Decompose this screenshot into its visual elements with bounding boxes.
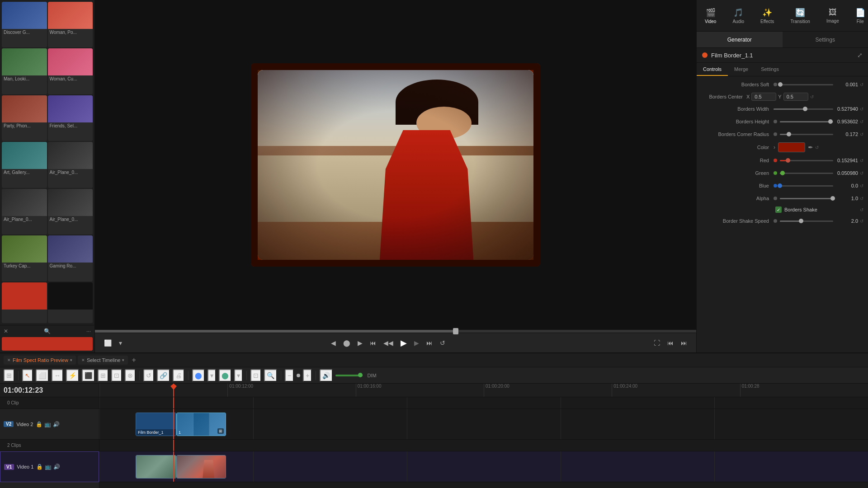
tool-zoom-minus[interactable]: − [285,369,294,382]
corner-radius-slider[interactable] [780,134,833,135]
tab-generator[interactable]: Generator [697,32,783,47]
borders-shake-reset[interactable]: ↺ [860,207,863,212]
list-item[interactable]: Man, Looki... [2,48,47,94]
more-icon[interactable]: ··· [86,328,91,334]
color-swatch[interactable] [778,142,805,152]
red-slider[interactable] [780,160,833,161]
red-reset[interactable]: ↺ [860,158,863,163]
color-picker-icon[interactable]: ✒ [808,144,813,151]
tool-zoom-fit-button[interactable]: ⊡ [250,369,261,382]
list-item[interactable]: Friends, Sel... [48,95,93,141]
list-item[interactable]: Air_Plane_0... [48,142,93,188]
tool-undo-button[interactable]: ↺ [143,369,154,382]
tab-dropdown-arrow[interactable]: ▾ [70,358,72,362]
rewind-button[interactable]: ◀◀ [382,338,395,348]
step-back-button[interactable]: ⬤ [341,338,352,348]
v1-lock-icon[interactable]: 🔒 [36,464,43,470]
timeline-ruler[interactable]: 01:00:12:00 01:00:16:00 01:00:20:00 01:0… [99,384,868,397]
borders-shake-checkbox[interactable]: ✓ [775,206,782,213]
tool-roll-button[interactable]: ⊡ [111,369,122,382]
clip-2[interactable]: ⊞ 1 [176,413,226,436]
volume-slider[interactable] [335,375,363,376]
play-button[interactable]: ▶ [399,336,409,350]
tool-flag-color-button[interactable]: ⬤ [192,369,205,382]
color-reset[interactable]: ↺ [815,145,819,150]
nav-video[interactable]: 🎬 Video [700,5,721,27]
next-clip-button[interactable]: ⏭ [679,338,689,348]
audio-mute-button[interactable]: 🔊 [320,369,333,382]
borders-center-x-input[interactable] [751,93,776,101]
fullscreen-button[interactable]: ⛶ [652,338,662,348]
blue-slider[interactable] [780,185,833,187]
v1-video-icon[interactable]: 📺 [45,464,52,470]
video-track-icon[interactable]: 📺 [44,421,51,427]
tool-zoom-out-button[interactable]: 🔍 [264,369,277,382]
alpha-slider[interactable] [780,198,833,199]
lock-icon[interactable]: 🔒 [36,421,42,427]
list-item[interactable] [48,282,93,323]
tab-merge[interactable]: Merge [728,63,755,76]
nav-audio[interactable]: 🎵 Audio [728,5,749,27]
tool-blade-button[interactable]: ⚡ [66,369,79,382]
borders-center-reset[interactable]: ↺ [810,94,814,99]
tab-settings-ctrl[interactable]: Settings [755,63,785,76]
search-icon[interactable]: 🔍 [44,328,51,334]
tab-controls[interactable]: Controls [697,63,728,76]
flag-dropdown-button[interactable]: ▾ [208,369,216,382]
borders-height-reset[interactable]: ↺ [860,119,863,124]
alpha-reset[interactable]: ↺ [860,196,863,201]
green-reset[interactable]: ↺ [860,171,863,176]
list-item[interactable]: Woman, Cu... [48,48,93,94]
tool-trim-button[interactable]: ⬜ [36,369,49,382]
skip-to-end-button[interactable]: ⏭ [425,338,434,348]
add-timeline-button[interactable]: + [132,356,136,364]
list-item[interactable]: Woman, Po... [48,2,93,47]
tool-grid-button[interactable]: ⊞ [4,369,14,382]
v1-clip-1[interactable] [136,455,176,479]
list-item[interactable]: Air_Plane_0... [48,189,93,235]
list-item[interactable]: Turkey Cap... [2,235,47,281]
prev-frame-button[interactable]: ◀ [329,338,338,348]
shake-speed-reset[interactable]: ↺ [860,219,863,224]
color-expand-arrow[interactable]: › [774,144,775,150]
step-forward-button[interactable]: ▶ [356,338,364,348]
view-dropdown-button[interactable]: ▾ [117,338,124,348]
borders-height-slider[interactable] [780,121,833,122]
expand-icon[interactable]: ⤢ [857,52,863,59]
tool-slide-button[interactable]: ⊗ [125,369,136,382]
tool-dynamic-trim-button[interactable]: ↔ [52,369,63,382]
clip-film-border[interactable]: Film Border_1 [136,413,176,436]
tool-link-button[interactable]: 🔗 [157,369,170,382]
nav-transition[interactable]: 🔄 Transition [786,5,815,27]
nav-file[interactable]: 📄 File [851,5,868,27]
nav-image[interactable]: 🖼 Image [822,5,844,26]
loop-button[interactable]: ↺ [438,338,447,348]
playback-head[interactable] [453,328,458,334]
borders-soft-slider[interactable] [780,84,833,85]
tool-flag-button[interactable]: 🖨 [173,369,184,382]
list-item[interactable]: Air_Plane_0... [2,189,47,235]
v1-clip-2[interactable] [176,455,226,479]
tool-ripple-button[interactable]: ⊞ [98,369,108,382]
tab-settings[interactable]: Settings [783,32,868,47]
list-item[interactable]: Discover G... [2,2,47,47]
list-item[interactable]: Art, Gallery... [2,142,47,188]
list-item[interactable]: Party, Phon... [2,95,47,141]
corner-radius-reset[interactable]: ↺ [860,132,863,137]
tab-2-dropdown-arrow[interactable]: ▾ [122,358,124,362]
speaker-icon[interactable]: 🔊 [53,421,60,427]
borders-width-slider[interactable] [774,108,833,110]
skip-to-start-button[interactable]: ⏮ [368,338,378,348]
view-options-button[interactable]: ⬜ [102,338,113,348]
tool-marker-button[interactable]: ⬤ [219,369,231,382]
nav-effects[interactable]: ✨ Effects [756,5,778,27]
green-slider[interactable] [780,173,833,174]
close-tab-2-icon[interactable]: ✕ [81,358,85,362]
borders-width-reset[interactable]: ↺ [860,107,863,112]
v1-speaker-icon[interactable]: 🔊 [53,464,60,470]
tool-zoom-plus[interactable]: + [303,369,312,382]
close-icon[interactable]: ✕ [4,328,8,334]
prev-clip-button[interactable]: ⏮ [665,338,675,348]
tool-select-button[interactable]: ↖ [22,369,33,382]
borders-center-y-input[interactable] [783,93,808,101]
